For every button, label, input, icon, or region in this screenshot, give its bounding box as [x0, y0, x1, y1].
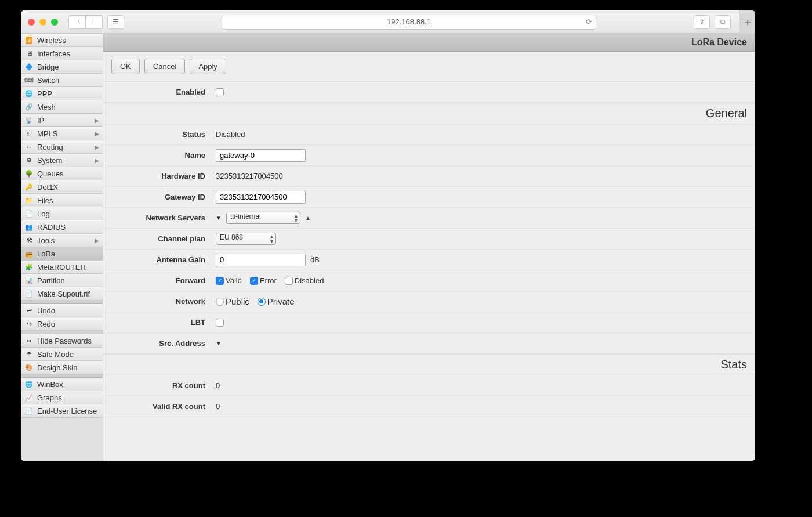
forward-disabled-checkbox[interactable]: [285, 277, 293, 285]
sidebar-icon: ⚙: [24, 156, 34, 165]
sidebar-item-label: Hide Passwords: [37, 337, 92, 345]
minimize-icon[interactable]: [39, 19, 46, 26]
sidebar-item-label: Make Supout.rif: [37, 290, 90, 298]
sidebar-item-bridge[interactable]: 🔷Bridge: [21, 60, 103, 74]
sidebar-item-interfaces[interactable]: 🖥Interfaces: [21, 47, 103, 60]
sidebar-item-graphs[interactable]: 📈Graphs: [21, 391, 103, 404]
sidebar-icon: 📄: [24, 406, 34, 415]
row-network-servers: Network Servers ▼ tti-internal ▴▾ ▲: [103, 208, 755, 229]
row-network: Network Public Private: [103, 291, 755, 312]
sidebar-item-label: Dot1X: [37, 183, 58, 191]
sidebar-item-design-skin[interactable]: 🎨Design Skin: [21, 361, 103, 374]
network-public-radio[interactable]: [216, 298, 224, 306]
close-icon[interactable]: [28, 19, 35, 26]
sidebar-icon: 📁: [24, 196, 34, 205]
form-area[interactable]: Enabled General Status Disabled Name Har…: [103, 82, 755, 461]
up-icon[interactable]: ▲: [305, 215, 311, 221]
page-title: LoRa Device: [691, 37, 747, 48]
sidebar-icon: ↩: [24, 306, 34, 315]
channel-plan-select[interactable]: EU 868 ▴▾: [216, 233, 276, 245]
sidebar-icon: 🔷: [24, 62, 34, 71]
sidebar-item-label: Partition: [37, 276, 65, 285]
sidebar-item-redo[interactable]: ↪Redo: [21, 317, 103, 331]
sidebar-item-files[interactable]: 📁Files: [21, 194, 103, 207]
sidebar-icon: 🎨: [24, 363, 34, 372]
sidebar-item-log[interactable]: 📄Log: [21, 207, 103, 220]
cancel-button[interactable]: Cancel: [144, 59, 185, 74]
sidebar-item-label: RADIUS: [37, 223, 66, 232]
row-lbt: LBT: [103, 312, 755, 333]
action-row: OK Cancel Apply: [103, 52, 755, 82]
sidebar-item-tools[interactable]: 🛠Tools▶: [21, 234, 103, 247]
collapse-icon[interactable]: ▼: [216, 215, 222, 221]
sidebar-item-make-supout-rif[interactable]: 📄Make Supout.rif: [21, 287, 103, 301]
sidebar-item-winbox[interactable]: 🌐WinBox: [21, 378, 103, 391]
sidebar-item-ip[interactable]: 📡IP▶: [21, 114, 103, 127]
sidebar-icon: 📈: [24, 393, 34, 402]
sidebar-item-lora[interactable]: 📻LoRa: [21, 247, 103, 261]
sidebar-item-end-user-license[interactable]: 📄End-User License: [21, 404, 103, 418]
sidebar-item-label: Safe Mode: [37, 350, 74, 359]
label-network-servers[interactable]: Network Servers: [111, 214, 216, 222]
enabled-checkbox[interactable]: [216, 88, 224, 96]
sidebar-icon: ↔: [24, 142, 34, 151]
expand-icon[interactable]: ▼: [216, 340, 222, 346]
sidebar-icon: 🌐: [24, 89, 34, 98]
forward-disabled-label: Disabled: [295, 276, 324, 285]
forward-button[interactable]: 〉: [86, 15, 103, 29]
sidebar-icon: 📶: [24, 35, 34, 45]
sidebar-item-mpls[interactable]: 🏷MPLS▶: [21, 127, 103, 140]
main-content: LoRa Device OK Cancel Apply Enabled Gene…: [103, 34, 755, 461]
channel-plan-value: EU 868: [220, 233, 243, 241]
sidebar-icon: 📡: [24, 115, 34, 125]
status-value: Disabled: [216, 130, 245, 139]
sidebar-item-wireless[interactable]: 📶Wireless: [21, 34, 103, 47]
sidebar-item-label: Undo: [37, 306, 55, 315]
sidebar-item-system[interactable]: ⚙System▶: [21, 154, 103, 167]
sidebar-item-undo[interactable]: ↩Undo: [21, 304, 103, 317]
label-lbt: LBT: [111, 318, 216, 327]
sidebar-item-queues[interactable]: 🌳Queues: [21, 167, 103, 180]
forward-error-checkbox[interactable]: ✓: [250, 277, 258, 285]
network-private-label: Private: [267, 297, 295, 306]
back-button[interactable]: 〈: [68, 15, 86, 29]
network-private-radio[interactable]: [258, 298, 266, 306]
zoom-icon[interactable]: [51, 19, 58, 26]
row-rx-count: RX count 0: [103, 375, 755, 396]
lbt-checkbox[interactable]: [216, 319, 224, 327]
row-forward: Forward ✓Valid ✓Error Disabled: [103, 270, 755, 291]
antenna-gain-input[interactable]: [216, 254, 306, 266]
sidebar-item-label: System: [37, 156, 62, 165]
window-controls: [26, 19, 58, 26]
page-title-bar: LoRa Device: [103, 34, 755, 52]
sidebar-item-hide-passwords[interactable]: ••Hide Passwords: [21, 334, 103, 348]
tabs-button[interactable]: ⧉: [715, 15, 731, 29]
network-servers-value: tti-internal: [230, 212, 261, 220]
gateway-id-input[interactable]: [216, 191, 306, 204]
forward-valid-checkbox[interactable]: ✓: [216, 277, 224, 285]
sidebar-item-metarouter[interactable]: 🧩MetaROUTER: [21, 261, 103, 274]
label-network: Network: [111, 297, 216, 306]
label-name: Name: [111, 151, 216, 160]
network-servers-select[interactable]: tti-internal ▴▾: [226, 212, 300, 224]
sidebar-item-label: End-User License: [37, 407, 97, 415]
chevron-right-icon: ▶: [95, 237, 99, 244]
sidebar-item-partition[interactable]: 📊Partition: [21, 274, 103, 287]
sidebar-item-ppp[interactable]: 🌐PPP: [21, 87, 103, 100]
ok-button[interactable]: OK: [111, 59, 140, 74]
name-input[interactable]: [216, 149, 306, 162]
sidebar-toggle-button[interactable]: ☰: [107, 15, 124, 29]
sidebar-item-radius[interactable]: 👥RADIUS: [21, 220, 103, 234]
new-tab-button[interactable]: ＋: [739, 10, 755, 34]
address-bar[interactable]: 192.168.88.1 ⟳: [222, 15, 596, 30]
share-button[interactable]: ⇪: [694, 15, 710, 29]
sidebar-item-mesh[interactable]: 🔗Mesh: [21, 100, 103, 114]
sidebar-item-switch[interactable]: ⌨Switch: [21, 74, 103, 87]
row-valid-rx-count: Valid RX count 0: [103, 396, 755, 417]
sidebar-item-routing[interactable]: ↔Routing▶: [21, 140, 103, 154]
apply-button[interactable]: Apply: [190, 59, 226, 74]
nav-buttons: 〈 〉: [68, 15, 103, 29]
sidebar-item-dot1x[interactable]: 🔑Dot1X: [21, 180, 103, 194]
reload-icon[interactable]: ⟳: [586, 17, 592, 26]
sidebar-item-safe-mode[interactable]: ☂Safe Mode: [21, 348, 103, 361]
